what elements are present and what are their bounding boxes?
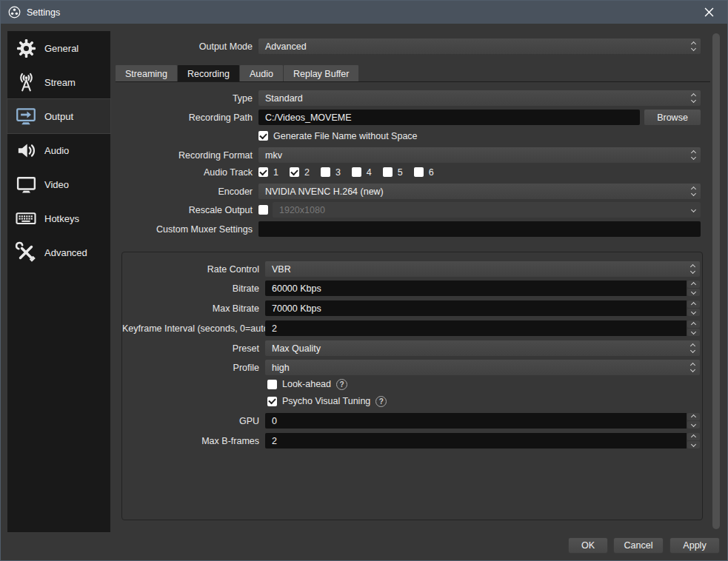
- gpu-row: GPU 0: [122, 413, 700, 429]
- recording-format-row: Recording Format mkv: [116, 147, 701, 163]
- profile-label: Profile: [122, 363, 259, 373]
- recording-path-row: Recording Path Browse: [116, 110, 701, 125]
- type-value: Standard: [258, 93, 687, 104]
- audio-track-5-checkbox[interactable]: [383, 167, 393, 177]
- browse-label: Browse: [657, 112, 688, 123]
- type-select[interactable]: Standard: [258, 90, 701, 106]
- generate-no-space-checkbox[interactable]: [258, 131, 268, 141]
- muxer-settings-input[interactable]: [258, 221, 701, 237]
- sidebar-item-advanced[interactable]: Advanced: [7, 235, 110, 269]
- output-monitor-icon: [13, 104, 39, 128]
- preset-value: Max Quality: [265, 343, 686, 354]
- window-title: Settings: [27, 7, 60, 18]
- cancel-button[interactable]: Cancel: [613, 537, 664, 554]
- ok-button[interactable]: OK: [568, 537, 608, 554]
- combo-spinner-icon: [687, 184, 701, 199]
- spin-up-button[interactable]: [687, 280, 700, 288]
- psycho-visual-checkbox[interactable]: [267, 397, 277, 406]
- sidebar-label: Output: [44, 111, 73, 122]
- browse-button[interactable]: Browse: [644, 110, 701, 125]
- output-mode-value: Advanced: [258, 41, 687, 52]
- spin-up-button[interactable]: [687, 320, 700, 328]
- max-bitrate-spinbox[interactable]: 70000 Kbps: [265, 300, 700, 316]
- combo-spinner-icon: [686, 340, 700, 356]
- scrollbar-thumb[interactable]: [712, 33, 720, 529]
- sidebar-item-general[interactable]: General: [7, 31, 110, 65]
- apply-label: Apply: [683, 540, 706, 551]
- help-icon[interactable]: ?: [336, 379, 347, 390]
- keyframe-interval-spinbox[interactable]: 2: [265, 320, 700, 336]
- audio-track-6-label: 6: [429, 167, 434, 178]
- tab-recording[interactable]: Recording: [178, 65, 239, 82]
- audio-track-1-checkbox[interactable]: [258, 167, 268, 177]
- close-icon: [704, 7, 714, 17]
- settings-window: Settings General: [0, 0, 728, 561]
- recording-format-label: Recording Format: [116, 150, 253, 161]
- audio-track-3-checkbox[interactable]: [321, 167, 330, 177]
- obs-logo-icon: [8, 6, 21, 19]
- sidebar-label: Video: [44, 179, 69, 190]
- apply-button[interactable]: Apply: [669, 537, 720, 554]
- audio-track-4-checkbox[interactable]: [352, 167, 361, 177]
- audio-track-2-checkbox[interactable]: [290, 167, 299, 177]
- audio-track-label: Audio Track: [116, 167, 253, 178]
- vertical-scrollbar: [712, 32, 721, 532]
- recording-format-select[interactable]: mkv: [258, 147, 701, 163]
- spin-down-button[interactable]: [687, 309, 700, 316]
- gpu-spinbox[interactable]: 0: [265, 413, 700, 429]
- rescale-resolution-select[interactable]: 1920x1080: [273, 202, 701, 218]
- close-button[interactable]: [698, 4, 720, 21]
- rescale-resolution-value: 1920x1080: [273, 205, 687, 215]
- max-bframes-label: Max B-frames: [122, 436, 259, 446]
- sidebar-item-audio[interactable]: Audio: [7, 133, 110, 167]
- preset-select[interactable]: Max Quality: [265, 340, 700, 356]
- output-mode-select[interactable]: Advanced: [258, 38, 701, 54]
- max-bframes-spinbox[interactable]: 2: [265, 433, 700, 449]
- tab-streaming[interactable]: Streaming: [116, 65, 177, 82]
- combo-spinner-icon: [687, 90, 701, 106]
- encoder-select[interactable]: NVIDIA NVENC H.264 (new): [258, 184, 701, 199]
- combo-dropdown-icon: [687, 202, 701, 218]
- output-mode-row: Output Mode Advanced: [116, 38, 701, 54]
- tab-replay-buffer[interactable]: Replay Buffer: [284, 65, 359, 82]
- audio-track-5-label: 5: [398, 167, 403, 178]
- profile-value: high: [265, 363, 686, 373]
- rate-control-label: Rate Control: [122, 264, 259, 275]
- gear-icon: [13, 36, 39, 60]
- psycho-visual-label: Psycho Visual Tuning: [282, 396, 370, 406]
- spin-up-button[interactable]: [687, 300, 700, 308]
- rate-control-select[interactable]: VBR: [265, 261, 700, 277]
- spin-up-button[interactable]: [687, 413, 700, 420]
- max-bitrate-label: Max Bitrate: [122, 303, 259, 314]
- ok-label: OK: [581, 540, 595, 551]
- profile-select[interactable]: high: [265, 360, 700, 375]
- recording-path-input[interactable]: [258, 110, 640, 125]
- spin-down-button[interactable]: [687, 329, 700, 336]
- tab-label: Recording: [187, 69, 230, 79]
- sidebar-label: General: [44, 43, 79, 54]
- sidebar-item-hotkeys[interactable]: Hotkeys: [7, 201, 110, 235]
- audio-track-6-checkbox[interactable]: [414, 167, 424, 177]
- look-ahead-checkbox[interactable]: [267, 380, 277, 389]
- recording-path-label: Recording Path: [116, 112, 253, 123]
- rescale-output-checkbox[interactable]: [258, 205, 268, 215]
- sidebar-item-output[interactable]: Output: [7, 99, 110, 133]
- keyboard-icon: [13, 206, 39, 230]
- spin-down-button[interactable]: [687, 289, 700, 296]
- tab-audio[interactable]: Audio: [240, 65, 283, 82]
- help-glyph: ?: [379, 397, 384, 406]
- encoder-value: NVIDIA NVENC H.264 (new): [258, 187, 687, 197]
- bitrate-row: Bitrate 60000 Kbps: [122, 280, 700, 296]
- spin-up-button[interactable]: [687, 433, 700, 440]
- tab-label: Streaming: [125, 69, 167, 79]
- sidebar-item-video[interactable]: Video: [7, 167, 110, 201]
- sidebar-item-stream[interactable]: Stream: [7, 65, 110, 99]
- preset-row: Preset Max Quality: [122, 340, 700, 356]
- spin-down-button[interactable]: [687, 421, 700, 429]
- max-bframes-row: Max B-frames 2: [122, 433, 700, 449]
- spin-down-button[interactable]: [687, 441, 700, 449]
- bitrate-spinbox[interactable]: 60000 Kbps: [265, 280, 700, 296]
- keyframe-interval-label: Keyframe Interval (seconds, 0=auto): [122, 323, 259, 334]
- sidebar-label: Stream: [44, 77, 76, 88]
- help-icon[interactable]: ?: [375, 396, 387, 407]
